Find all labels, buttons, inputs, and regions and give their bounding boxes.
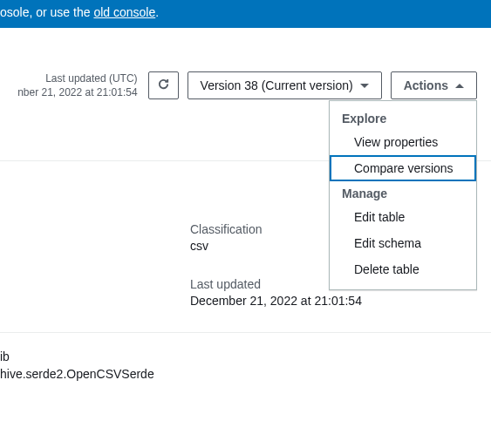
serde-line-2: hive.serde2.OpenCSVSerde — [0, 366, 491, 384]
chevron-up-icon — [455, 84, 464, 88]
last-updated-value: nber 21, 2022 at 21:01:54 — [17, 86, 137, 100]
last-updated-detail-value: December 21, 2022 at 21:01:54 — [190, 294, 491, 308]
banner-text-suffix: . — [155, 5, 159, 19]
chevron-down-icon — [360, 84, 369, 88]
old-console-link[interactable]: old console — [93, 5, 155, 19]
actions-label: Actions — [404, 78, 448, 92]
last-updated-label: Last updated (UTC) — [17, 72, 137, 86]
menu-item-compare-versions[interactable]: Compare versions — [330, 155, 476, 181]
menu-section-explore: Explore — [330, 106, 476, 129]
last-updated-block: Last updated (UTC) nber 21, 2022 at 21:0… — [17, 71, 139, 99]
menu-section-manage: Manage — [330, 181, 476, 204]
actions-menu: Explore View properties Compare versions… — [329, 100, 477, 290]
table-toolbar: Last updated (UTC) nber 21, 2022 at 21:0… — [0, 28, 491, 99]
menu-item-view-properties[interactable]: View properties — [330, 129, 476, 155]
refresh-button[interactable] — [148, 71, 179, 99]
serde-block: ib hive.serde2.OpenCSVSerde — [0, 349, 491, 383]
actions-button[interactable]: Actions — [391, 71, 477, 99]
menu-item-edit-table[interactable]: Edit table — [330, 204, 476, 230]
refresh-icon — [157, 78, 170, 93]
section-divider-2 — [0, 332, 491, 333]
menu-item-edit-schema[interactable]: Edit schema — [330, 230, 476, 256]
version-label: Version 38 (Current version) — [201, 78, 353, 92]
banner-text-prefix: osole, or use the — [0, 5, 93, 19]
version-selector[interactable]: Version 38 (Current version) — [188, 71, 382, 99]
serde-line-1: ib — [0, 349, 491, 366]
menu-item-delete-table[interactable]: Delete table — [330, 256, 476, 282]
notification-banner: osole, or use the old console. — [0, 0, 491, 28]
